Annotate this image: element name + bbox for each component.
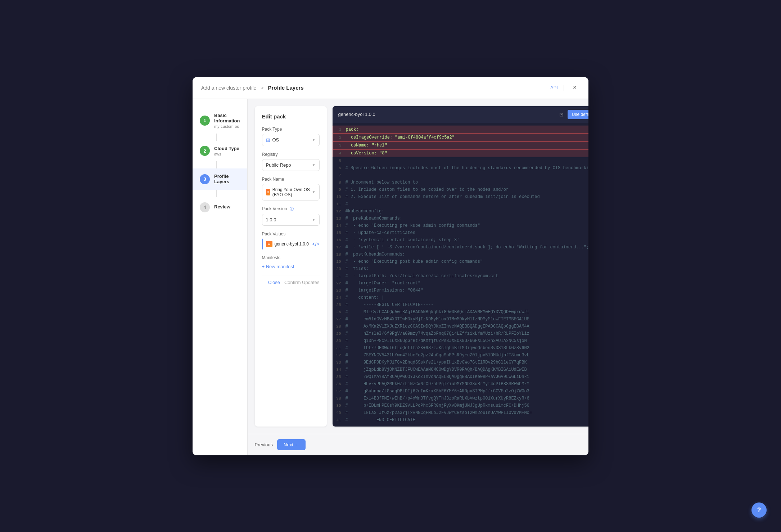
code-line: 1pack: bbox=[333, 126, 589, 134]
line-content: # - echo "Executing post kube admin conf… bbox=[346, 258, 589, 265]
line-number: 41 bbox=[333, 417, 346, 423]
line-content: #kubeadmconfig: bbox=[346, 208, 589, 215]
breadcrumb-current: Profile Layers bbox=[268, 85, 304, 91]
line-number: 4 bbox=[333, 150, 346, 157]
modal-header-actions: API × bbox=[550, 83, 580, 93]
line-number: 8 bbox=[333, 179, 346, 186]
line-content: # b+IDLmHPEGsY9KDZ9VLLPcPhxSFR0njFyXvDKm… bbox=[346, 402, 589, 409]
sidebar-item-review[interactable]: 4 Review bbox=[193, 197, 247, 217]
line-number: 19 bbox=[333, 258, 346, 265]
line-content: # AxMKa2V1ZXJuZXRlczCCASIwDQYJKoZIhvcNAQ… bbox=[346, 323, 589, 330]
step-info-4: Review bbox=[214, 204, 230, 210]
code-editor-panel: generic-byoi 1.0.0 ⊡ Use defaults ⋮ ✕ 1p… bbox=[333, 106, 589, 427]
code-line: 3 osName: "rhel" bbox=[333, 141, 589, 149]
content-area: Edit pack Pack Type ⊞ OS ▼ Registry bbox=[248, 99, 589, 434]
pack-values-name: generic-byoi 1.0.0 bbox=[275, 242, 309, 247]
step-sub-2: aws bbox=[214, 152, 239, 156]
line-content: # 7SEYNCV542lbYwn42kbcEq2pz2AaCqaSuEPsR9… bbox=[346, 352, 589, 359]
code-line: 22# targetOwner: "root:root" bbox=[333, 280, 589, 287]
close-button[interactable]: Close bbox=[268, 280, 280, 285]
line-content: # bbox=[346, 201, 589, 207]
line-content: # 2. Execute list of commands before or … bbox=[346, 194, 589, 200]
previous-button[interactable]: Previous bbox=[255, 442, 273, 447]
edit-pack-title: Edit pack bbox=[262, 113, 320, 120]
sidebar-item-profile-layers[interactable]: 3 Profile Layers bbox=[193, 168, 247, 190]
nav-footer: Previous Next → bbox=[248, 434, 589, 455]
registry-select[interactable]: Public Repo ▼ bbox=[262, 159, 320, 171]
pack-type-select[interactable]: ⊞ OS ▼ bbox=[262, 134, 320, 146]
line-content: # cm5ldGVzMB4XDTIwMDkyMjIzNDMyMloxDTMwMD… bbox=[346, 316, 589, 323]
line-content: # 9EdCP0DKyMJiTCv2BhqdSSskfe2L+ypaIH1xBv… bbox=[346, 359, 589, 366]
line-number: 33 bbox=[333, 359, 346, 366]
line-content: # nZYsleI/6f9PgV/a09mzy7MvqaZoFnq07Qi4LZ… bbox=[346, 330, 589, 337]
step-circle-4: 4 bbox=[200, 202, 210, 212]
code-line: 18# postKubeadmCommands: bbox=[333, 251, 589, 258]
code-line: 28# AxMKa2V1ZXJuZXRlczCCASIwDQYJKoZIhvcN… bbox=[333, 323, 589, 330]
code-line: 40# IkLaS Jf6z/p2a3YjTxvNNCqFMLbJ2FvJwYC… bbox=[333, 409, 589, 416]
line-content: osName: "rhel" bbox=[346, 142, 589, 149]
line-number: 7 bbox=[333, 172, 346, 179]
code-line: 36# HFv/vPPAQ2MPk0ZrLjNzCwNrXD7aPPgT/iuD… bbox=[333, 380, 589, 388]
sidebar-item-cloud-type[interactable]: 2 Cloud Type aws bbox=[193, 141, 247, 161]
line-number: 21 bbox=[333, 273, 346, 279]
code-line: 41# -----END CERTIFICATE----- bbox=[333, 416, 589, 424]
next-button[interactable]: Next → bbox=[277, 439, 306, 450]
line-content: pack: bbox=[346, 126, 589, 133]
line-content: # - echo "Executing pre kube admin confi… bbox=[346, 222, 589, 229]
line-content: # MIICyzCCAbQgAwIBAgIBADANBgkqhkiG9w0BAQ… bbox=[346, 309, 589, 315]
pack-version-display[interactable]: 1.0.0 ▼ bbox=[262, 214, 320, 226]
os-icon: ⊞ bbox=[266, 137, 270, 143]
code-line: 2 osImageOverride: "ami-0f4804aff4cf9c5a… bbox=[333, 134, 589, 141]
use-defaults-button[interactable]: Use defaults bbox=[568, 110, 588, 119]
help-button[interactable]: ? bbox=[751, 502, 767, 518]
line-content: # IkLaS Jf6z/p2a3YjTxvNNCqFMLbJ2FvJwYCRz… bbox=[346, 410, 589, 416]
line-number: 32 bbox=[333, 352, 346, 359]
step-name-3: Profile Layers bbox=[214, 173, 240, 184]
next-label: Next → bbox=[284, 442, 299, 447]
manifests-section: Manifests + New manifest bbox=[262, 255, 320, 271]
step-circle-3: 3 bbox=[200, 174, 210, 184]
confirm-updates-button[interactable]: Confirm Updates bbox=[284, 280, 320, 285]
pack-type-label: Pack Type bbox=[262, 127, 320, 132]
code-line: 6# Spectro Golden images includes most o… bbox=[333, 164, 589, 172]
pack-values-item[interactable]: ⚙ generic-byoi 1.0.0 </> bbox=[262, 239, 320, 249]
line-number: 10 bbox=[333, 194, 346, 200]
code-line: 7 bbox=[333, 172, 589, 179]
line-number: 13 bbox=[333, 215, 346, 222]
expand-editor-button[interactable]: ⊡ bbox=[558, 111, 565, 118]
registry-label: Registry bbox=[262, 152, 320, 157]
code-line: 25# -----BEGIN CERTIFICATE----- bbox=[333, 301, 589, 308]
editor-title: generic-byoi 1.0.0 bbox=[338, 112, 375, 117]
line-number: 9 bbox=[333, 186, 346, 193]
modal-body: 1 Basic Information my-custom-os 2 Cloud… bbox=[193, 99, 588, 455]
editor-actions: ⊡ Use defaults ⋮ ✕ bbox=[558, 110, 588, 119]
code-editor-icon[interactable]: </> bbox=[312, 241, 319, 247]
line-number: 39 bbox=[333, 402, 346, 409]
line-content: # targetPermissions: "0644" bbox=[346, 287, 589, 294]
line-number: 30 bbox=[333, 338, 346, 344]
code-line: 39# b+IDLmHPEGsY9KDZ9VLLPcPhxSFR0njFyXvD… bbox=[333, 402, 589, 409]
pack-version-chevron: ▼ bbox=[312, 218, 316, 222]
line-content: # jZqpLdb8VjOMNZBTJFUCwEAAaMOMCOwDgYDVR0… bbox=[346, 366, 589, 373]
code-line: 34# jZqpLdb8VjOMNZBTJFUCwEAAaMOMCOwDgYDV… bbox=[333, 366, 589, 373]
pack-logo-icon: ⚙ bbox=[266, 189, 270, 195]
api-link[interactable]: API bbox=[550, 85, 558, 90]
manifests-label: Manifests bbox=[262, 255, 320, 260]
line-number: 17 bbox=[333, 244, 346, 251]
code-line: 21# - targetPath: /usr/local/share/ca-ce… bbox=[333, 272, 589, 280]
code-line: 5 bbox=[333, 157, 589, 164]
code-line: 27# cm5ldGVzMB4XDTIwMDkyMjIzNDMyMloxDTMw… bbox=[333, 316, 589, 323]
step-info-1: Basic Information my-custom-os bbox=[214, 113, 240, 129]
line-number: 16 bbox=[333, 237, 346, 243]
step-sub-1: my-custom-os bbox=[214, 124, 240, 129]
code-content: 1pack:2 osImageOverride: "ami-0f4804aff4… bbox=[333, 123, 589, 427]
line-number: 27 bbox=[333, 316, 346, 323]
pack-name-select[interactable]: ⚙ Bring Your Own OS (BYO-OS) ▼ bbox=[262, 184, 320, 200]
sidebar-item-basic-info[interactable]: 1 Basic Information my-custom-os bbox=[193, 108, 247, 134]
pack-name-value: Bring Your Own OS (BYO-OS) bbox=[272, 187, 312, 197]
new-manifest-button[interactable]: + New manifest bbox=[262, 262, 294, 271]
code-line: 24# content: | bbox=[333, 294, 589, 301]
line-number: 11 bbox=[333, 201, 346, 207]
modal-close-button[interactable]: × bbox=[570, 83, 580, 93]
step-info-2: Cloud Type aws bbox=[214, 146, 239, 156]
